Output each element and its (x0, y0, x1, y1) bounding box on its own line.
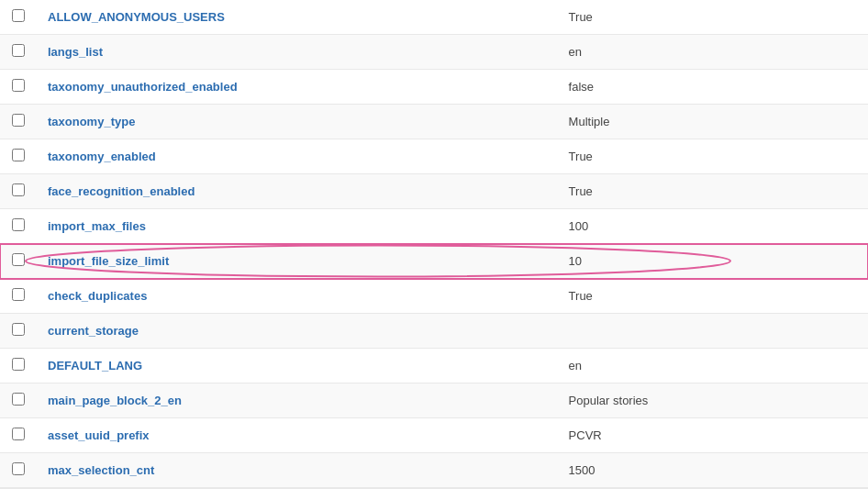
row-checkbox[interactable] (12, 462, 25, 475)
checkbox-cell (0, 244, 37, 279)
table-row: taxonomy_unauthorized_enabledfalse (0, 70, 868, 105)
setting-value: True (558, 139, 868, 174)
setting-value: PCVR (558, 418, 868, 453)
row-checkbox[interactable] (12, 183, 25, 196)
setting-name: taxonomy_enabled (37, 139, 558, 174)
settings-table-container: ALLOW_ANONYMOUS_USERSTruelangs_listentax… (0, 0, 868, 489)
checkbox-cell (0, 383, 37, 418)
setting-value: 10 (558, 244, 868, 279)
row-checkbox[interactable] (12, 358, 25, 371)
checkbox-cell (0, 209, 37, 244)
checkbox-cell (0, 70, 37, 105)
setting-value: false (558, 70, 868, 105)
checkbox-cell (0, 0, 37, 35)
row-checkbox[interactable] (12, 79, 25, 92)
table-row: import_max_files100 (0, 209, 868, 244)
setting-value: Popular stories (558, 383, 868, 418)
row-checkbox[interactable] (12, 253, 25, 266)
checkbox-cell (0, 453, 37, 488)
settings-table: ALLOW_ANONYMOUS_USERSTruelangs_listentax… (0, 0, 868, 488)
setting-value: 100 (558, 209, 868, 244)
row-checkbox[interactable] (12, 218, 25, 231)
table-row: taxonomy_typeMultiple (0, 105, 868, 139)
table-row: import_file_size_limit10 (0, 244, 868, 279)
setting-value: True (558, 0, 868, 35)
checkbox-cell (0, 105, 37, 139)
row-checkbox[interactable] (12, 288, 25, 301)
table-row: DEFAULT_LANGen (0, 349, 868, 383)
checkbox-cell (0, 279, 37, 314)
checkbox-cell (0, 174, 37, 209)
table-row: face_recognition_enabledTrue (0, 174, 868, 209)
setting-name: langs_list (37, 35, 558, 70)
table-row: check_duplicatesTrue (0, 279, 868, 314)
setting-name: DEFAULT_LANG (37, 349, 558, 383)
setting-value: True (558, 174, 868, 209)
checkbox-cell (0, 139, 37, 174)
table-row: main_page_block_2_enPopular stories (0, 383, 868, 418)
row-checkbox[interactable] (12, 428, 25, 440)
setting-value: True (558, 279, 868, 314)
table-row: langs_listen (0, 35, 868, 70)
setting-value (558, 314, 868, 349)
setting-name: taxonomy_unauthorized_enabled (37, 70, 558, 105)
checkbox-cell (0, 349, 37, 383)
row-checkbox[interactable] (12, 393, 25, 406)
row-checkbox[interactable] (12, 44, 25, 57)
setting-name: check_duplicates (37, 279, 558, 314)
setting-value: Multiple (558, 105, 868, 139)
table-row: asset_uuid_prefixPCVR (0, 418, 868, 453)
setting-value: 1500 (558, 453, 868, 488)
setting-name: ALLOW_ANONYMOUS_USERS (37, 0, 558, 35)
setting-name: taxonomy_type (37, 105, 558, 139)
row-checkbox[interactable] (12, 323, 25, 336)
checkbox-cell (0, 35, 37, 70)
setting-value: en (558, 349, 868, 383)
setting-value: en (558, 35, 868, 70)
checkbox-cell (0, 418, 37, 453)
checkbox-cell (0, 314, 37, 349)
setting-name: face_recognition_enabled (37, 174, 558, 209)
setting-name: max_selection_cnt (37, 453, 558, 488)
row-checkbox[interactable] (12, 149, 25, 161)
table-row: max_selection_cnt1500 (0, 453, 868, 488)
row-checkbox[interactable] (12, 9, 25, 22)
table-row: taxonomy_enabledTrue (0, 139, 868, 174)
table-row: current_storage (0, 314, 868, 349)
setting-name: main_page_block_2_en (37, 383, 558, 418)
setting-name: current_storage (37, 314, 558, 349)
setting-name: import_file_size_limit (37, 244, 558, 279)
row-checkbox[interactable] (12, 114, 25, 127)
setting-name: import_max_files (37, 209, 558, 244)
table-row: ALLOW_ANONYMOUS_USERSTrue (0, 0, 868, 35)
setting-name: asset_uuid_prefix (37, 418, 558, 453)
